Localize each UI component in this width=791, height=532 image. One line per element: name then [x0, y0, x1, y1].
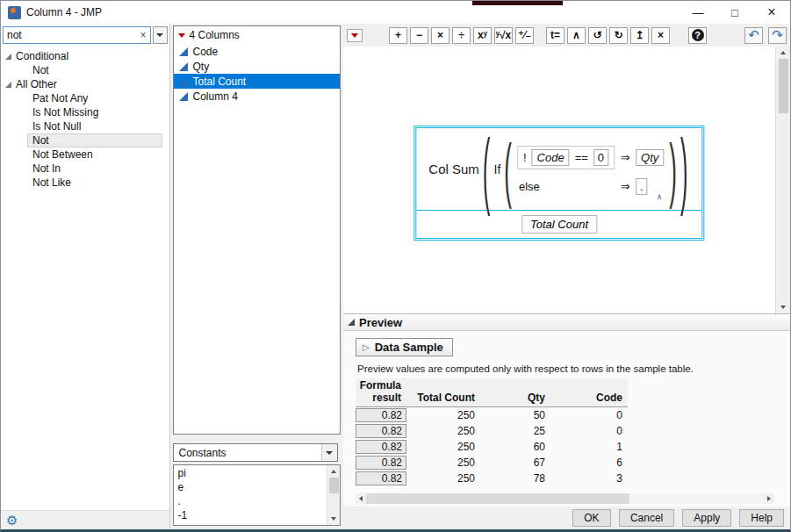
divide-button[interactable]: ÷ — [452, 27, 471, 44]
scroll-up-icon[interactable] — [780, 47, 786, 59]
scrollbar-thumb[interactable] — [366, 493, 629, 504]
redo-button[interactable]: ↷ — [768, 27, 787, 44]
disclosure-open-icon — [5, 54, 11, 60]
tree-item-not[interactable]: Not — [27, 133, 162, 147]
gear-icon[interactable]: ⚙ — [6, 513, 18, 528]
constants-list: pi e . -1 — [173, 464, 342, 526]
scroll-left-icon[interactable] — [356, 493, 366, 504]
equals-operator[interactable]: == — [575, 151, 588, 164]
columns-panel: 4 Columns Code Qty Total Count Column 4 — [170, 24, 344, 529]
sign-toggle-button[interactable]: ⁺⁄₋ — [515, 27, 534, 44]
tree-item-pat-not-any[interactable]: Pat Not Any — [1, 91, 169, 105]
help-icon-button[interactable]: ? — [688, 27, 707, 44]
preview-cell: 250 — [406, 423, 480, 439]
preview-section-header[interactable]: Preview — [343, 313, 790, 331]
tree-item-label: Is Not Missing — [32, 106, 98, 119]
condition-expression[interactable]: ! Code == 0 — [517, 146, 615, 169]
local-variable-button[interactable]: t= — [546, 27, 564, 44]
formula-result-cell: 0.82 — [356, 440, 406, 454]
peel-button[interactable]: ∧ — [567, 27, 586, 44]
scroll-up-icon[interactable] — [327, 465, 340, 478]
then-value[interactable]: Qty — [636, 149, 664, 166]
preview-row: 0.82 250 25 0 — [356, 423, 628, 439]
continuous-column-icon — [179, 47, 188, 56]
tree-item-label: Pat Not Any — [32, 92, 88, 104]
tree-item-is-not-missing[interactable]: Is Not Missing — [1, 105, 169, 119]
close-paren: ) — [669, 133, 677, 205]
column-item-total-count[interactable]: Total Count — [174, 74, 341, 89]
constant-item-pi[interactable]: pi — [178, 466, 327, 480]
tree-item-not-like[interactable]: Not Like — [1, 176, 169, 190]
formula-canvas[interactable]: Col Sum ( If ( ! Code == 0 — [343, 47, 775, 313]
apply-button[interactable]: Apply — [682, 509, 731, 527]
column-item-column-4[interactable]: Column 4 — [174, 89, 341, 104]
disclosure-open-icon[interactable] — [348, 319, 355, 326]
condition-variable[interactable]: Code — [532, 149, 570, 166]
close-button[interactable]: × — [753, 1, 790, 24]
function-name[interactable]: Col Sum — [428, 162, 479, 176]
undo-button[interactable]: ↶ — [744, 27, 763, 44]
scrollbar-thumb[interactable] — [779, 59, 788, 113]
constant-item-dot[interactable]: . — [178, 494, 327, 508]
tree-item-label: Not — [32, 134, 49, 147]
data-sample-button[interactable]: ▷ Data Sample — [356, 338, 453, 356]
help-glyph: ? — [692, 29, 704, 41]
formula-expression[interactable]: Col Sum ( If ( ! Code == 0 — [415, 127, 702, 239]
formula-result-cell: 0.82 — [356, 471, 406, 485]
preview-cell: 250 — [406, 406, 480, 423]
tree-item-is-not-null[interactable]: Is Not Null — [1, 119, 169, 133]
root-button[interactable]: ʸ√x — [494, 27, 513, 44]
jmp-icon — [8, 6, 21, 19]
clause-insert-caret[interactable]: ∧ — [657, 192, 663, 201]
rotate-right-button[interactable]: ↻ — [609, 27, 628, 44]
cancel-button[interactable]: Cancel — [619, 509, 674, 527]
eject-button[interactable]: ↥ — [630, 27, 649, 44]
formula-scrollbar[interactable] — [775, 47, 790, 313]
minimize-button[interactable]: — — [680, 1, 716, 24]
tree-group-all-other[interactable]: All Other — [1, 77, 169, 91]
condition-value[interactable]: 0 — [593, 149, 608, 166]
constants-dropdown-button[interactable] — [321, 444, 337, 461]
preview-cell: 67 — [480, 455, 550, 471]
column-item-qty[interactable]: Qty — [174, 59, 341, 74]
preview-horizontal-scrollbar[interactable] — [356, 493, 774, 504]
constant-item-e[interactable]: e — [178, 480, 327, 494]
constants-dropdown[interactable]: Constants — [173, 443, 338, 462]
scroll-down-icon[interactable] — [327, 513, 340, 525]
help-button[interactable]: Help — [739, 509, 784, 527]
tree-item-not-between[interactable]: Not Between — [1, 147, 169, 162]
close-paren: ) — [680, 126, 688, 211]
maximize-button[interactable]: □ — [716, 1, 753, 24]
tree-item-not-in[interactable]: Not In — [1, 162, 169, 176]
tree-item-not-conditional[interactable]: Not — [1, 63, 169, 77]
columns-list: 4 Columns Code Qty Total Count Column 4 — [173, 25, 342, 435]
scrollbar-thumb[interactable] — [329, 478, 339, 493]
column-label: Total Count — [193, 75, 247, 88]
if-keyword[interactable]: If — [494, 162, 501, 176]
constants-scrollbar[interactable] — [327, 465, 340, 525]
target-column-label[interactable]: Total Count — [521, 215, 597, 234]
not-operator[interactable]: ! — [523, 151, 527, 164]
columns-header[interactable]: 4 Columns — [174, 26, 341, 44]
constant-item-neg1[interactable]: -1 — [178, 508, 327, 522]
tree-group-conditional[interactable]: Conditional — [1, 49, 169, 63]
then-arrow-icon: ⇒ — [615, 151, 636, 164]
insert-button[interactable]: + — [389, 27, 407, 44]
formula-menu-button[interactable] — [347, 29, 363, 42]
delete-button[interactable]: − — [410, 27, 428, 44]
red-triangle-icon[interactable] — [178, 33, 185, 38]
search-dropdown-button[interactable] — [153, 26, 168, 44]
scroll-right-icon[interactable] — [764, 493, 774, 504]
rotate-left-button[interactable]: ↺ — [588, 27, 607, 44]
function-search-input[interactable]: not × — [3, 26, 151, 44]
scroll-down-icon[interactable] — [780, 301, 786, 313]
power-button[interactable]: xʸ — [473, 27, 492, 44]
else-value[interactable]: . — [636, 178, 648, 195]
ok-button[interactable]: OK — [572, 509, 611, 527]
else-keyword[interactable]: else — [517, 180, 615, 193]
multiply-button[interactable]: × — [431, 27, 449, 44]
open-paren: ( — [483, 126, 491, 211]
column-item-code[interactable]: Code — [174, 44, 341, 59]
clear-search-icon[interactable]: × — [140, 29, 146, 41]
clear-button[interactable]: × — [651, 27, 670, 44]
